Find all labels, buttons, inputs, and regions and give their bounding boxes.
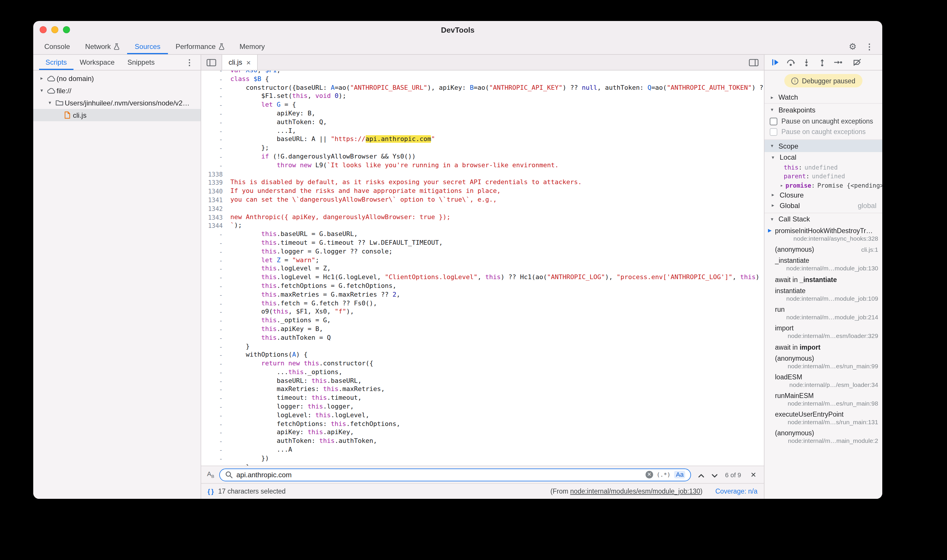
call-stack-frame-anonymous[interactable]: (anonymous)node:internal/m…main_module:2: [765, 428, 882, 446]
close-find-bar-icon[interactable]: ✕: [751, 471, 756, 479]
line-gutter[interactable]: -: [201, 256, 230, 265]
line-gutter[interactable]: -: [201, 334, 230, 342]
toggle-navigator-sidebar-icon[interactable]: [201, 55, 222, 70]
step-into-button[interactable]: [802, 58, 811, 67]
pretty-print-icon[interactable]: { }: [208, 488, 213, 495]
line-gutter[interactable]: -: [201, 273, 230, 282]
tab-console[interactable]: Console: [37, 38, 77, 54]
line-gutter[interactable]: -: [201, 360, 230, 368]
disclosure-down-icon[interactable]: ▾: [769, 108, 775, 112]
line-gutter[interactable]: -: [201, 71, 230, 75]
line-gutter[interactable]: -: [201, 84, 230, 92]
match-case-toggle-button[interactable]: Aa: [674, 471, 685, 478]
regex-toggle-button[interactable]: (.*): [657, 471, 671, 478]
next-match-chevron-icon[interactable]: [712, 469, 718, 480]
resume-script-button[interactable]: [770, 58, 780, 67]
close-tab-icon[interactable]: ×: [246, 58, 251, 66]
line-gutter[interactable]: -: [201, 153, 230, 162]
disclosure-right-icon[interactable]: ▸: [778, 183, 785, 188]
line-gutter[interactable]: -: [201, 463, 230, 466]
call-stack-frame-runmainesm[interactable]: runMainESMnode:internal/m…es/run_main:98: [765, 390, 882, 409]
scope-section-header[interactable]: ▾ Scope: [765, 140, 882, 152]
code-editor[interactable]: -var Xs0, $F1,-class $B {- constructor({…: [201, 71, 764, 466]
line-gutter[interactable]: -: [201, 265, 230, 274]
tab-sources[interactable]: Sources: [127, 38, 168, 54]
settings-gear-icon[interactable]: ⚙: [849, 42, 857, 51]
call-stack-frame-loadesm[interactable]: loadESMnode:internal/p…/esm_loader:34: [765, 371, 882, 390]
line-gutter[interactable]: -: [201, 437, 230, 446]
line-gutter[interactable]: -: [201, 239, 230, 248]
previous-match-chevron-icon[interactable]: [698, 469, 705, 480]
breakpoint-option-pause-on-caught-exceptions[interactable]: Pause on caught exceptions: [765, 126, 882, 137]
line-gutter[interactable]: -: [201, 92, 230, 101]
line-gutter[interactable]: -: [201, 386, 230, 394]
navigator-tab-workspace[interactable]: Workspace: [73, 55, 121, 70]
line-gutter[interactable]: 1344: [201, 222, 230, 231]
disclosure-down-icon[interactable]: ▾: [769, 144, 775, 149]
close-window-button[interactable]: [40, 26, 47, 33]
line-gutter[interactable]: 1341: [201, 196, 230, 205]
step-out-button[interactable]: [817, 58, 827, 67]
call-stack-section-header[interactable]: ▾ Call Stack: [765, 213, 882, 225]
disclosure-right-icon[interactable]: ▸: [769, 192, 777, 197]
line-gutter[interactable]: 1343: [201, 213, 230, 222]
call-stack-frame-anonymous[interactable]: (anonymous)cli.js:1: [765, 244, 882, 255]
navigator-more-kebab-icon[interactable]: ⋮: [185, 55, 201, 70]
source-map-link[interactable]: node:internal/modules/esm/module_job:130: [570, 488, 700, 495]
disclosure-right-icon[interactable]: ▸: [769, 203, 777, 208]
line-gutter[interactable]: -: [201, 368, 230, 377]
line-gutter[interactable]: -: [201, 351, 230, 360]
toggle-debugger-sidebar-icon[interactable]: [743, 55, 764, 70]
call-stack-frame-executeuserentrypoint[interactable]: executeUserEntryPointnode:internal/m…s/r…: [765, 409, 882, 428]
checkbox-unchecked[interactable]: [770, 117, 777, 125]
disclosure-down-icon[interactable]: ▾: [46, 100, 54, 106]
scope-variable-promise[interactable]: ▸promise:Promise {<pending>}: [765, 181, 882, 190]
line-gutter[interactable]: -: [201, 317, 230, 325]
call-stack-frame-import[interactable]: importnode:internal/m…esm/loader:329: [765, 323, 882, 341]
watch-section-header[interactable]: ▸ Watch: [765, 91, 882, 104]
line-gutter[interactable]: -: [201, 162, 230, 170]
line-gutter[interactable]: -: [201, 446, 230, 454]
clear-search-icon[interactable]: ✕: [646, 471, 653, 478]
tree-item-users-jinhuilee-nvm-versions-node-v2[interactable]: ▾Users/jinhuilee/.nvm/versions/node/v2…: [33, 97, 201, 109]
line-gutter[interactable]: -: [201, 299, 230, 308]
editor-tab-cli-js[interactable]: cli.js ×: [222, 55, 258, 70]
zoom-window-button[interactable]: [63, 26, 70, 33]
line-gutter[interactable]: -: [201, 342, 230, 351]
line-gutter[interactable]: -: [201, 308, 230, 317]
tab-memory[interactable]: Memory: [232, 38, 273, 54]
more-options-kebab-icon[interactable]: ⋮: [865, 42, 873, 51]
disclosure-right-icon[interactable]: ▸: [769, 95, 775, 100]
call-stack-frame-run[interactable]: runnode:internal/m…module_job:214: [765, 304, 882, 323]
line-gutter[interactable]: 1339: [201, 178, 230, 187]
line-gutter[interactable]: -: [201, 75, 230, 84]
line-gutter[interactable]: 1340: [201, 187, 230, 196]
line-gutter[interactable]: -: [201, 230, 230, 239]
call-stack-frame-anonymous[interactable]: (anonymous)node:internal/m…es/run_main:9…: [765, 353, 882, 371]
line-gutter[interactable]: -: [201, 377, 230, 386]
tree-item-cli-js[interactable]: cli.js: [33, 109, 201, 121]
line-gutter[interactable]: -: [201, 420, 230, 429]
line-gutter[interactable]: -: [201, 403, 230, 411]
line-gutter[interactable]: -: [201, 325, 230, 334]
scope-group-global[interactable]: ▸Globalglobal: [765, 200, 882, 211]
tree-item-file[interactable]: ▾file://: [33, 85, 201, 97]
call-stack-frame-instantiate[interactable]: _instantiatenode:internal/m…module_job:1…: [765, 255, 882, 274]
call-stack-frame-instantiate[interactable]: instantiatenode:internal/m…module_job:10…: [765, 285, 882, 304]
breakpoints-section-header[interactable]: ▾ Breakpoints: [765, 104, 882, 116]
line-gutter[interactable]: -: [201, 394, 230, 403]
navigator-tab-snippets[interactable]: Snippets: [121, 55, 161, 70]
line-gutter[interactable]: -: [201, 101, 230, 109]
breakpoint-option-pause-on-uncaught-exceptions[interactable]: Pause on uncaught exceptions: [765, 116, 882, 126]
tab-performance[interactable]: Performance: [168, 38, 232, 54]
line-gutter[interactable]: -: [201, 109, 230, 118]
checkbox-unchecked[interactable]: [770, 128, 777, 135]
disclosure-down-icon[interactable]: ▾: [769, 217, 775, 222]
tree-item-no-domain[interactable]: ▸(no domain): [33, 72, 201, 85]
line-gutter[interactable]: -: [201, 144, 230, 153]
search-input[interactable]: [236, 471, 642, 479]
coverage-link[interactable]: Coverage: n/a: [716, 488, 758, 495]
step-button[interactable]: [833, 58, 843, 67]
line-gutter[interactable]: -: [201, 411, 230, 420]
disclosure-right-icon[interactable]: ▸: [38, 76, 45, 81]
